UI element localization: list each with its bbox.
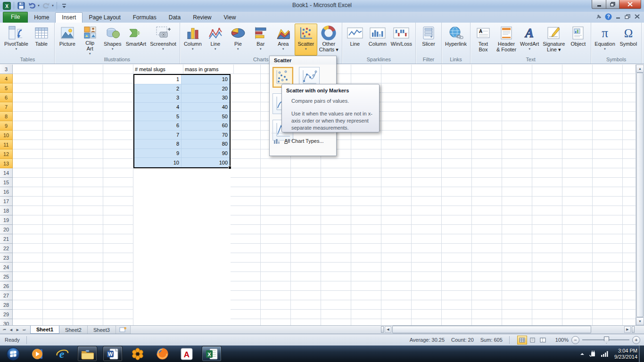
row-header-13[interactable]: 13 [0, 159, 13, 168]
adobe-reader-icon[interactable]: A [177, 346, 196, 361]
row-header-5[interactable]: 5 [0, 83, 13, 93]
row-header-20[interactable]: 20 [0, 225, 13, 234]
horizontal-scroll-thumb[interactable] [392, 326, 591, 333]
other-button[interactable]: OtherCharts ▾ [317, 24, 340, 56]
header-button[interactable]: Header& Footer [495, 24, 518, 56]
symbol-button[interactable]: ΩSymbol [617, 24, 640, 56]
cell-r5c1[interactable]: 60 [182, 121, 230, 131]
line-button[interactable]: Line▼ [204, 24, 227, 56]
row-header-24[interactable]: 24 [0, 263, 13, 272]
picture-button[interactable]: Picture [56, 24, 79, 56]
row-header-22[interactable]: 22 [0, 244, 13, 253]
sheet-tab-sheet3[interactable]: Sheet3 [88, 326, 116, 334]
win-loss-button[interactable]: Win/Loss [389, 24, 414, 56]
restore-button[interactable] [606, 0, 619, 9]
word-icon[interactable]: W [103, 346, 123, 362]
row-header-9[interactable]: 9 [0, 121, 13, 131]
sheet-tab-sheet1[interactable]: Sheet1 [30, 326, 59, 334]
row-header-4[interactable]: 4 [0, 74, 13, 83]
row-header-18[interactable]: 18 [0, 206, 13, 215]
cell-r5c0[interactable]: 6 [134, 121, 182, 131]
row-header-11[interactable]: 11 [0, 140, 13, 149]
cell-r6c1[interactable]: 70 [182, 131, 230, 140]
text-button[interactable]: ATextBox [472, 24, 495, 56]
close-button[interactable] [619, 0, 641, 9]
scroll-up-icon[interactable]: ▲ [636, 65, 644, 73]
cell-r3c0[interactable]: 4 [134, 103, 182, 112]
minimize-workbook-icon[interactable] [615, 14, 621, 19]
shapes-button[interactable]: Shapes▼ [101, 24, 124, 56]
row-header-19[interactable]: 19 [0, 215, 13, 225]
pivottable-button[interactable]: PivotTable▼ [2, 24, 30, 56]
start-button[interactable] [4, 346, 23, 361]
cell-r2c1[interactable]: 30 [182, 93, 230, 103]
tab-split-handle[interactable] [381, 326, 384, 333]
equation-button[interactable]: πEquation▼ [593, 24, 617, 56]
clip-button[interactable]: ClipArt▼ [79, 24, 101, 56]
media-player-icon[interactable] [28, 346, 47, 361]
cell-r9c0[interactable]: 10 [134, 158, 182, 167]
tab-home[interactable]: Home [28, 13, 55, 23]
row-header-15[interactable]: 15 [0, 178, 13, 187]
prev-sheet-icon[interactable]: ◀ [8, 327, 14, 333]
next-sheet-icon[interactable]: ▶ [15, 327, 21, 333]
row-header-10[interactable]: 10 [0, 131, 13, 140]
cell-r0c1[interactable]: 10 [182, 75, 230, 84]
row-header-16[interactable]: 16 [0, 187, 13, 197]
cell-r4c0[interactable]: 5 [134, 112, 182, 121]
tab-view[interactable]: View [218, 13, 242, 23]
row-header-21[interactable]: 21 [0, 234, 13, 244]
sheet-tab-sheet2[interactable]: Sheet2 [59, 326, 88, 334]
tab-review[interactable]: Review [187, 13, 217, 23]
smartart-button[interactable]: SmartArt [124, 24, 148, 56]
cell-r0c0[interactable]: 1 [134, 75, 182, 84]
screenshot-button[interactable]: Screenshot▼ [148, 24, 178, 56]
fill-handle[interactable] [228, 166, 231, 169]
help-icon[interactable]: ? [605, 13, 612, 20]
cell-r8c1[interactable]: 90 [182, 149, 230, 158]
cell-r2c0[interactable]: 3 [134, 93, 182, 103]
bar-button[interactable]: Bar▼ [249, 24, 272, 56]
header-cell-metal-slugs[interactable]: # metal slugs [133, 65, 183, 74]
row-header-26[interactable]: 26 [0, 281, 13, 291]
all-chart-types-item[interactable]: All Chart Types... [270, 135, 336, 147]
close-workbook-icon[interactable] [634, 14, 640, 19]
row-header-17[interactable]: 17 [0, 197, 13, 206]
horizontal-scrollbar[interactable]: ◀ ▶ [380, 326, 636, 333]
object-button[interactable]: Object [567, 24, 589, 56]
cell-r4c1[interactable]: 50 [182, 112, 230, 121]
tab-file[interactable]: File [3, 12, 28, 23]
scroll-split-handle[interactable] [632, 326, 635, 333]
column-button[interactable]: Column [366, 24, 389, 56]
insert-worksheet-button[interactable] [116, 326, 131, 334]
picasa-icon[interactable] [128, 346, 147, 361]
normal-view-button[interactable] [517, 336, 527, 345]
network-icon[interactable] [601, 351, 608, 357]
slicer-button[interactable]: Slicer [417, 24, 440, 56]
cell-r1c0[interactable]: 2 [134, 84, 182, 94]
row-header-8[interactable]: 8 [0, 112, 13, 121]
row-header-14[interactable]: 14 [0, 168, 13, 178]
pie-button[interactable]: Pie▼ [227, 24, 249, 56]
row-header-12[interactable]: 12 [0, 149, 13, 159]
tab-formulas[interactable]: Formulas [127, 13, 163, 23]
zoom-out-button[interactable]: − [571, 336, 579, 344]
firefox-icon[interactable] [153, 346, 172, 361]
cell-r9c1[interactable]: 100 [182, 158, 230, 167]
selected-range[interactable]: 11022033044055066077088099010100 [133, 74, 231, 168]
row-header-25[interactable]: 25 [0, 272, 13, 281]
row-header-7[interactable]: 7 [0, 102, 13, 112]
restore-workbook-icon[interactable] [625, 14, 631, 19]
row-header-29[interactable]: 29 [0, 310, 13, 319]
cell-r7c1[interactable]: 80 [182, 140, 230, 149]
line-button[interactable]: Line [344, 24, 366, 56]
scroll-down-icon[interactable]: ▼ [636, 317, 644, 325]
scroll-right-icon[interactable]: ▶ [624, 326, 631, 333]
zoom-slider[interactable] [582, 339, 629, 340]
cell-r1c1[interactable]: 20 [182, 84, 230, 94]
zoom-slider-handle[interactable] [604, 337, 609, 344]
wordart-button[interactable]: AWordArt▼ [518, 24, 541, 56]
power-icon[interactable] [589, 350, 596, 357]
cell-r3c1[interactable]: 40 [182, 103, 230, 112]
header-cell-mass-in-grams[interactable]: mass in grams [183, 65, 234, 74]
